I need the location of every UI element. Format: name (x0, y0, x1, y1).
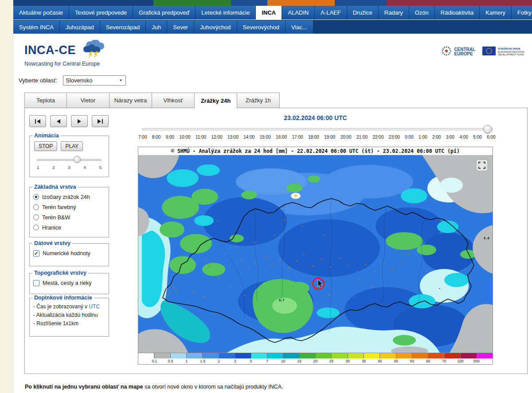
animation-panel: Animácia STOP PLAY 12345 (29, 136, 109, 177)
timeline-slider[interactable] (142, 125, 493, 134)
nav-item-severoz-pad[interactable]: Severozápad (100, 20, 146, 34)
precipitation-legend-labels: 0.10.511.5235710152025303540455060701003… (138, 358, 493, 364)
legend-cell (428, 353, 444, 358)
map-title: © SHMÚ - Analýza zrážok za 24 hod [mm] -… (138, 147, 493, 155)
legend-cell (219, 353, 235, 358)
nav-item-juh[interactable]: Juh (146, 20, 167, 34)
legend-label: 50 (410, 359, 414, 363)
eu-flag-icon (482, 47, 496, 57)
fullscreen-icon[interactable] (476, 160, 488, 171)
map-value-label: 6.7 (279, 299, 285, 302)
top-strip-segment (13, 0, 153, 6)
nav-item-a-laef[interactable]: A-LAEF (315, 6, 347, 19)
nav-item-leteck-inform-cie[interactable]: Letecké informácie (196, 6, 256, 19)
checkbox-option-mest-cesty-a-rieky[interactable]: Mestá, cesty a rieky (33, 278, 105, 288)
checkbox-option-numerick-hodnoty[interactable]: ✓Numerické hodnoty (33, 248, 105, 258)
last-frame-button[interactable] (92, 115, 109, 127)
legend-cell (187, 353, 203, 358)
timeline-tick: 5:00 (473, 135, 481, 140)
top-strip-segment (267, 0, 335, 6)
tab-teplota[interactable]: Teplota (24, 93, 67, 108)
tab-zr-ky-24h[interactable]: Zrážky 24h (195, 93, 237, 109)
legend-cell (445, 353, 461, 358)
radio-button[interactable] (33, 214, 39, 220)
base-layer-panel: Základná vrstva Izočiary zrážok 24hTerén… (29, 187, 109, 237)
nav-item-grafick-predpove[interactable]: Grafická predpoveď (133, 6, 196, 19)
legend-cell (138, 353, 154, 358)
timeline-tick: 7:00 (138, 135, 147, 140)
page: Aktuálne počasieTextové predpovedeGrafic… (0, 0, 532, 393)
play-button[interactable]: PLAY (61, 141, 83, 151)
legend-label: 1 (186, 359, 188, 363)
nav-item-oz-n[interactable]: Ozón (409, 6, 435, 19)
timeline-tick: 8:00 (152, 135, 160, 140)
radio-option-hranice[interactable]: Hranice (33, 222, 105, 233)
precipitation-legend (138, 353, 493, 358)
nav-item-r-dioaktivita[interactable]: Rádioaktivita (435, 6, 480, 19)
previous-frame-button[interactable] (50, 115, 67, 127)
legend-cell (364, 353, 380, 358)
checkbox-box[interactable]: ✓ (33, 250, 39, 257)
nav-item-juhov-chod[interactable]: Juhovýchod (194, 20, 237, 34)
data-layers-title: Dátové vrstvy (32, 240, 72, 246)
next-frame-button[interactable] (71, 115, 88, 127)
tab-zr-ky-1h[interactable]: Zrážky 1h (237, 93, 280, 108)
nav-item-radary[interactable]: Radary (379, 6, 409, 19)
radio-button[interactable] (33, 225, 39, 230)
radio-button[interactable] (33, 204, 39, 210)
legend-cell (171, 353, 187, 358)
nav-item-juhoz-pad[interactable]: Juhozápad (60, 20, 100, 34)
nav-item-viac[interactable]: Viac... (286, 20, 313, 34)
timeline-tick: 16:00 (276, 135, 287, 140)
timeline-thumb[interactable] (484, 125, 492, 133)
option-label: Numerické hodnoty (43, 250, 90, 257)
legend-label: 35 (362, 359, 366, 363)
nav-item-severov-chod[interactable]: Severovýchod (237, 20, 286, 34)
central-europe-line2: EUROPE (454, 52, 475, 56)
radio-option-izo-iary-zr-ok-24h[interactable]: Izočiary zrážok 24h (33, 192, 105, 202)
nav-item-syst-m-inca[interactable]: Systém INCA (13, 20, 60, 34)
legend-cell (412, 353, 428, 358)
first-frame-icon (35, 119, 36, 124)
speed-slider-thumb[interactable] (74, 156, 81, 163)
legend-label: 15 (297, 359, 301, 363)
nav-item-dru-ice[interactable]: Družice (347, 6, 379, 19)
tab-vlhkos[interactable]: Vlhkosť (152, 93, 195, 108)
timeline-tick: 9:00 (166, 135, 174, 140)
radio-option-ter-n-b-w[interactable]: Terén B&W (33, 212, 105, 222)
timeline-track[interactable] (142, 128, 493, 130)
legend-label: 30 (345, 359, 349, 363)
option-label: Hranice (42, 225, 61, 231)
region-select-value: Slovensko (66, 77, 93, 84)
additional-info-panel: Doplnkové informácie - Čas je zobrazovan… (29, 298, 109, 337)
legend-label: 2 (218, 359, 220, 363)
speed-slider-track[interactable] (37, 159, 102, 161)
tab-vietor[interactable]: Vietor (67, 93, 110, 108)
timeline-tick: 13:00 (227, 135, 239, 140)
nav-item-kamery[interactable]: Kamery (480, 6, 512, 19)
nav-item-textov-predpovede[interactable]: Textové predpovede (69, 6, 133, 19)
region-select[interactable]: Slovensko ▼ (63, 75, 126, 86)
nav-item-aktu-lne-po-asie[interactable]: Aktuálne počasie (13, 6, 69, 19)
legend-label: 7 (266, 359, 268, 363)
previous-frame-icon (57, 119, 60, 124)
speed-mark: 1 (37, 165, 39, 170)
nav-item-sever[interactable]: Sever (167, 20, 194, 34)
top-strip-segment (153, 0, 231, 6)
radio-option-ter-n-farebn[interactable]: Terén farebný (33, 202, 105, 212)
checkbox-box[interactable] (33, 280, 39, 286)
tab-n-razy-vetra[interactable]: Nárazy vetra (110, 93, 152, 108)
stop-button[interactable]: STOP (34, 141, 57, 151)
nav-item-inca[interactable]: INCA (256, 6, 282, 19)
precipitation-map[interactable]: 6.78.0 (138, 155, 493, 353)
timeline-tick: 11:00 (196, 135, 206, 140)
legend-label: 40 (378, 359, 382, 363)
radio-button[interactable] (33, 194, 39, 200)
left-margin-strip (0, 0, 13, 393)
legend-label: 5 (250, 359, 252, 363)
utc-link[interactable]: UTC (89, 304, 100, 310)
nav-item-fotky[interactable]: Fotky (512, 6, 532, 19)
nav-item-aladin[interactable]: ALADIN (282, 6, 315, 19)
speed-slider[interactable] (37, 156, 102, 163)
first-frame-button[interactable] (29, 115, 46, 127)
